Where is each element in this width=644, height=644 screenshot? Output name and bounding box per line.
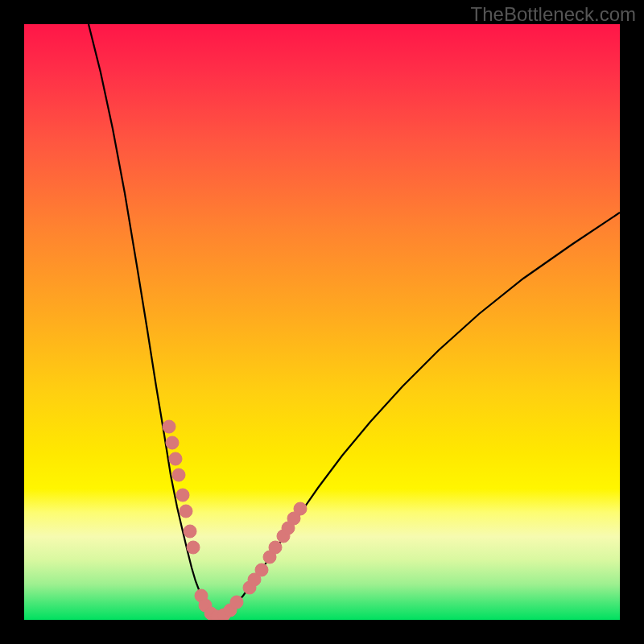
plot-area (24, 24, 620, 620)
highlight-dot (163, 420, 175, 433)
highlight-dot (166, 436, 179, 449)
highlight-dot (184, 525, 196, 538)
highlight-dot (172, 469, 185, 481)
highlight-dot (255, 564, 268, 576)
highlight-dot (230, 596, 243, 609)
highlight-dot (180, 505, 192, 518)
watermark-text: TheBottleneck.com (471, 3, 636, 26)
highlight-dot (269, 541, 282, 554)
chart-svg (24, 24, 620, 620)
highlight-dot (169, 452, 182, 465)
highlight-dot (176, 489, 189, 502)
highlight-dots-group (163, 420, 307, 620)
curve-right-branch (217, 213, 620, 617)
curve-left-branch (89, 24, 217, 617)
highlight-dot (294, 502, 307, 515)
highlight-dot (187, 541, 200, 554)
